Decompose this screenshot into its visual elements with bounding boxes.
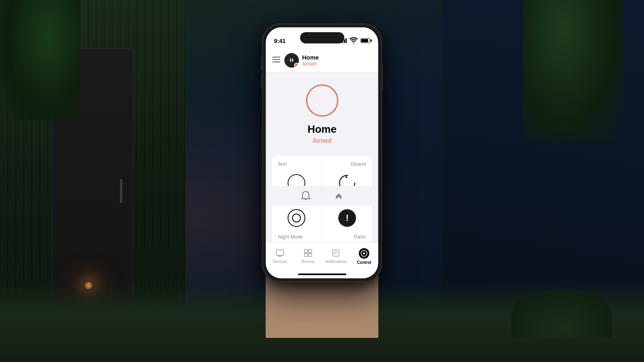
svg-rect-3 bbox=[272, 62, 281, 62]
svg-point-12 bbox=[363, 253, 365, 255]
panic-label: Panic bbox=[354, 234, 366, 240]
control-tab-active-bg bbox=[359, 248, 369, 259]
svg-rect-1 bbox=[272, 57, 281, 58]
home-info: Home Armed bbox=[302, 54, 319, 67]
battery-fill bbox=[361, 39, 368, 42]
dynamic-island bbox=[300, 32, 344, 43]
status-time: 9:41 bbox=[274, 37, 286, 44]
tab-rooms[interactable]: Rooms bbox=[294, 247, 322, 264]
phone-device: 9:41 bbox=[263, 24, 382, 282]
power-button bbox=[382, 64, 383, 90]
svg-rect-5 bbox=[276, 250, 283, 255]
phone-in-hand: 9:41 bbox=[246, 24, 398, 338]
night-mode-inner-circle bbox=[292, 214, 301, 222]
notifications-tab-icon bbox=[331, 248, 341, 258]
panic-cell[interactable]: ! Panic bbox=[322, 200, 373, 242]
arm-label: Arm bbox=[278, 161, 287, 167]
devices-tab-icon bbox=[275, 248, 285, 258]
svg-rect-8 bbox=[304, 253, 308, 257]
tab-bar: Devices Rooms bbox=[266, 242, 378, 278]
home-armed-status: Armed bbox=[302, 61, 319, 67]
control-tab-icon bbox=[360, 249, 368, 257]
chevrons-shortcut[interactable] bbox=[334, 191, 343, 201]
bell-shortcut[interactable] bbox=[301, 191, 310, 201]
svg-point-0 bbox=[353, 43, 354, 44]
armed-indicator-circle bbox=[306, 84, 338, 117]
svg-rect-7 bbox=[308, 249, 312, 253]
tree-right bbox=[523, 0, 624, 141]
status-home-label: Home bbox=[308, 123, 336, 136]
status-icons bbox=[340, 36, 370, 45]
shortcuts-bar bbox=[266, 186, 378, 206]
hand-area: 9:41 bbox=[246, 24, 398, 338]
panic-icon: ! bbox=[339, 209, 356, 227]
night-mode-cell[interactable]: Night Mode bbox=[272, 200, 322, 242]
status-section: Home Armed bbox=[266, 72, 378, 152]
avatar-armed-ring bbox=[294, 63, 299, 68]
devices-tab-label: Devices bbox=[273, 259, 287, 264]
home-indicator bbox=[298, 274, 346, 275]
shrub-right bbox=[511, 290, 612, 338]
svg-rect-9 bbox=[308, 253, 312, 257]
main-content: Home Armed Arm bbox=[266, 72, 378, 242]
phone-screen: 9:41 bbox=[266, 27, 378, 278]
tab-devices[interactable]: Devices bbox=[266, 247, 294, 264]
night-mode-icon bbox=[288, 209, 305, 227]
signal-bar-4 bbox=[346, 38, 347, 43]
svg-rect-10 bbox=[333, 250, 339, 256]
svg-rect-6 bbox=[304, 249, 308, 253]
nav-bar: H Home Armed bbox=[266, 48, 378, 72]
wifi-icon bbox=[349, 36, 359, 45]
svg-rect-2 bbox=[272, 59, 281, 60]
night-mode-label: Night Mode bbox=[278, 234, 303, 240]
control-tab-label: Control bbox=[357, 260, 372, 265]
rooms-tab-label: Rooms bbox=[301, 259, 314, 264]
tree-left bbox=[0, 0, 80, 121]
night-mode-icon-area bbox=[278, 206, 316, 230]
home-avatar: H bbox=[285, 53, 299, 68]
battery-icon bbox=[361, 38, 370, 43]
disarm-label: Disarm bbox=[351, 161, 366, 167]
rooms-tab-icon bbox=[303, 248, 313, 258]
status-armed-label: Armed bbox=[312, 137, 331, 144]
notifications-tab-label: Notifications bbox=[325, 259, 347, 264]
volume-button bbox=[261, 74, 262, 88]
tab-notifications[interactable]: Notifications bbox=[322, 247, 350, 264]
panic-icon-area: ! bbox=[328, 206, 366, 230]
signal-bar-3 bbox=[344, 39, 345, 43]
tab-control[interactable]: Control bbox=[350, 247, 378, 265]
home-name-label: Home bbox=[302, 54, 319, 61]
door-handle bbox=[120, 179, 122, 203]
menu-icon[interactable] bbox=[272, 56, 281, 64]
